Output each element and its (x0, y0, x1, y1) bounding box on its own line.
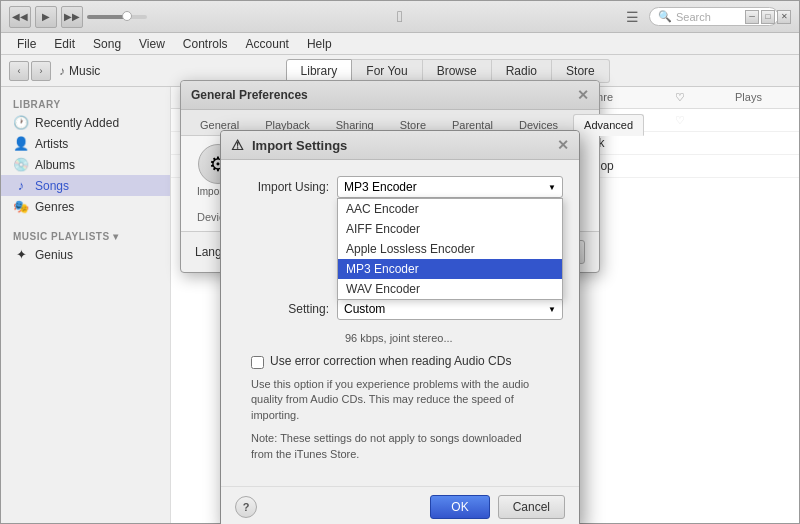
apple-logo-icon:  (397, 8, 403, 26)
general-prefs-title-text: General Preferences (191, 88, 308, 102)
tab-radio[interactable]: Radio (492, 59, 552, 83)
setting-label: Setting: (237, 302, 337, 316)
cell-plays (731, 142, 791, 144)
sidebar-item-albums[interactable]: 💿 Albums (1, 154, 170, 175)
import-cancel-button[interactable]: Cancel (498, 495, 565, 519)
cell-heart (671, 165, 731, 167)
titlebar: ◀◀ ▶ ▶▶  ☰ 🔍 Search ─ □ ✕ (1, 1, 799, 33)
songs-icon: ♪ (13, 178, 29, 193)
error-correction-checkbox[interactable] (251, 356, 264, 369)
play-button[interactable]: ▶ (35, 6, 57, 28)
sidebar-item-recently-added[interactable]: 🕐 Recently Added (1, 112, 170, 133)
tab-for-you[interactable]: For You (352, 59, 422, 83)
import-using-select-wrapper: MP3 Encoder ▼ AAC Encoder AIFF Encoder A… (337, 176, 563, 198)
menu-file[interactable]: File (9, 35, 44, 53)
import-using-value: MP3 Encoder (344, 180, 548, 194)
volume-thumb[interactable] (122, 11, 132, 21)
col-heart[interactable]: ♡ (671, 89, 731, 106)
nav-tabs: Library For You Browse Radio Store (286, 59, 610, 83)
menu-account[interactable]: Account (238, 35, 297, 53)
recently-added-icon: 🕐 (13, 115, 29, 130)
dropdown-apple-lossless[interactable]: Apple Lossless Encoder (338, 239, 562, 259)
menu-view[interactable]: View (131, 35, 173, 53)
sidebar-item-label: Songs (35, 179, 69, 193)
menu-help[interactable]: Help (299, 35, 340, 53)
sidebar-item-label: Albums (35, 158, 75, 172)
col-plays[interactable]: Plays (731, 89, 791, 106)
menu-edit[interactable]: Edit (46, 35, 83, 53)
import-using-row: Import Using: MP3 Encoder ▼ AAC Encoder … (237, 176, 563, 198)
gen-tab-advanced[interactable]: Advanced (573, 114, 644, 136)
playback-controls: ◀◀ ▶ ▶▶ (9, 6, 83, 28)
import-settings-dialog: ⚠ Import Settings ✕ Import Using: MP3 En… (220, 130, 580, 524)
menu-controls[interactable]: Controls (175, 35, 236, 53)
breadcrumb: ♪ Music (59, 64, 100, 78)
sidebar-item-label: Genres (35, 200, 74, 214)
sidebar: LIBRARY 🕐 Recently Added 👤 Artists 💿 Alb… (1, 87, 171, 523)
import-dialog-close-button[interactable]: ✕ (557, 137, 569, 153)
search-input-placeholder[interactable]: Search (676, 11, 711, 23)
volume-slider[interactable] (87, 15, 147, 19)
cell-plays (731, 165, 791, 167)
import-dialog-footer: ? OK Cancel (221, 486, 579, 524)
setting-select-wrapper: Custom ▼ (337, 298, 563, 320)
dropdown-aiff[interactable]: AIFF Encoder (338, 219, 562, 239)
tab-library[interactable]: Library (286, 59, 353, 83)
sidebar-item-genres[interactable]: 🎭 Genres (1, 196, 170, 217)
rewind-button[interactable]: ◀◀ (9, 6, 31, 28)
import-dialog-body: Import Using: MP3 Encoder ▼ AAC Encoder … (221, 160, 579, 486)
error-correction-label: Use error correction when reading Audio … (270, 354, 511, 368)
error-correction-desc: Use this option if you experience proble… (251, 377, 563, 423)
import-note: Note: These settings do not apply to son… (251, 431, 549, 462)
cell-heart (671, 142, 731, 144)
general-prefs-title: General Preferences ✕ (181, 81, 599, 110)
import-using-select[interactable]: MP3 Encoder ▼ (337, 176, 563, 198)
import-using-label: Import Using: (237, 180, 337, 194)
playlists-section-label: MUSIC PLAYLISTS ▾ (1, 227, 170, 244)
import-dialog-btn-group: OK Cancel (430, 495, 565, 519)
error-correction-row: Use error correction when reading Audio … (251, 354, 563, 369)
search-icon: 🔍 (658, 10, 672, 23)
forward-button[interactable]: › (31, 61, 51, 81)
library-section-label: LIBRARY (1, 95, 170, 112)
tab-store[interactable]: Store (552, 59, 610, 83)
dropdown-aac[interactable]: AAC Encoder (338, 199, 562, 219)
close-button[interactable]: ✕ (777, 10, 791, 24)
nav-arrows: ‹ › (9, 61, 51, 81)
back-button[interactable]: ‹ (9, 61, 29, 81)
sidebar-item-artists[interactable]: 👤 Artists (1, 133, 170, 154)
setting-arrow: ▼ (548, 305, 556, 314)
import-ok-button[interactable]: OK (430, 495, 489, 519)
albums-icon: 💿 (13, 157, 29, 172)
forward-button[interactable]: ▶▶ (61, 6, 83, 28)
general-prefs-close-button[interactable]: ✕ (577, 87, 589, 103)
list-view-icon[interactable]: ☰ (626, 9, 639, 25)
tab-browse[interactable]: Browse (423, 59, 492, 83)
sidebar-item-genius[interactable]: ✦ Genius (1, 244, 170, 265)
maximize-button[interactable]: □ (761, 10, 775, 24)
window-controls: ─ □ ✕ (745, 10, 791, 24)
import-dialog-title: ⚠ Import Settings ✕ (221, 131, 579, 160)
setting-description: 96 kbps, joint stereo... (345, 332, 563, 344)
dropdown-wav[interactable]: WAV Encoder (338, 279, 562, 299)
setting-row: Setting: Custom ▼ (237, 298, 563, 320)
minimize-button[interactable]: ─ (745, 10, 759, 24)
menu-song[interactable]: Song (85, 35, 129, 53)
import-using-arrow: ▼ (548, 183, 556, 192)
import-using-dropdown: AAC Encoder AIFF Encoder Apple Lossless … (337, 198, 563, 300)
genres-icon: 🎭 (13, 199, 29, 214)
genius-icon: ✦ (13, 247, 29, 262)
dropdown-mp3[interactable]: MP3 Encoder (338, 259, 562, 279)
menubar: File Edit Song View Controls Account Hel… (1, 33, 799, 55)
setting-value: Custom (344, 302, 548, 316)
import-warning-icon: ⚠ (231, 137, 244, 153)
cell-plays (731, 119, 791, 121)
sidebar-item-label: Artists (35, 137, 68, 151)
music-label: Music (69, 64, 100, 78)
sidebar-item-label: Genius (35, 248, 73, 262)
artists-icon: 👤 (13, 136, 29, 151)
sidebar-item-songs[interactable]: ♪ Songs (1, 175, 170, 196)
setting-select[interactable]: Custom ▼ (337, 298, 563, 320)
sidebar-item-label: Recently Added (35, 116, 119, 130)
import-help-button[interactable]: ? (235, 496, 257, 518)
